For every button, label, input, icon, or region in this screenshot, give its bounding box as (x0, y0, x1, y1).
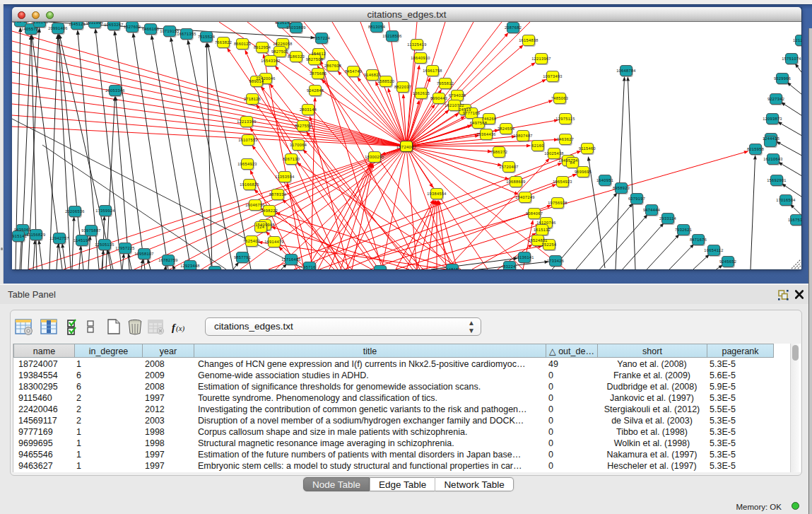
svg-text:7625402: 7625402 (243, 239, 260, 243)
svg-text:15720407: 15720407 (499, 165, 519, 169)
svg-text:16210643: 16210643 (763, 157, 783, 161)
svg-text:15751074: 15751074 (782, 57, 801, 61)
svg-text:16671355: 16671355 (177, 32, 196, 36)
svg-text:20053346: 20053346 (105, 88, 125, 93)
svg-text:8660123: 8660123 (234, 42, 251, 46)
svg-text:8878334: 8878334 (269, 192, 286, 197)
svg-text:93975887: 93975887 (81, 228, 101, 233)
svg-text:2933114: 2933114 (659, 216, 676, 221)
svg-text:8454749: 8454749 (345, 69, 362, 74)
svg-text:1212711: 1212711 (793, 38, 801, 42)
svg-text:7986372: 7986372 (490, 150, 507, 154)
svg-text:3824554: 3824554 (498, 127, 514, 131)
svg-text:1640951: 1640951 (596, 178, 613, 182)
svg-text:8990443: 8990443 (430, 96, 447, 100)
svg-text:6794028: 6794028 (449, 93, 466, 98)
svg-text:9136141: 9136141 (31, 22, 48, 24)
svg-text:12975115: 12975115 (555, 117, 575, 121)
svg-text:8912954: 8912954 (254, 45, 271, 49)
svg-text:8186323: 8186323 (288, 54, 305, 59)
svg-text:10653267: 10653267 (104, 23, 124, 27)
svg-text:9084067: 9084067 (526, 211, 543, 216)
svg-text:7515524: 7515524 (198, 35, 215, 39)
svg-text:9136142: 9136142 (275, 22, 292, 25)
svg-text:1527602: 1527602 (124, 25, 141, 29)
svg-text:83224: 83224 (503, 264, 515, 269)
svg-text:12213369: 12213369 (237, 119, 257, 124)
svg-text:8471676: 8471676 (690, 238, 707, 242)
svg-text:1244415: 1244415 (763, 136, 779, 141)
svg-text:8215958: 8215958 (747, 147, 764, 151)
svg-text:9031994: 9031994 (86, 22, 103, 25)
svg-text:8267130: 8267130 (283, 157, 300, 161)
svg-text:19654923: 19654923 (553, 180, 572, 184)
svg-text:16033809: 16033809 (286, 25, 306, 30)
svg-text:7485063: 7485063 (551, 96, 568, 100)
svg-text:1733426: 1733426 (547, 259, 564, 263)
svg-text:7932621: 7932621 (675, 228, 692, 232)
svg-text:1645121: 1645121 (69, 22, 86, 26)
svg-text:8822037: 8822037 (394, 85, 411, 89)
svg-text:8813054: 8813054 (368, 25, 385, 29)
svg-text:12923448: 12923448 (180, 264, 200, 268)
svg-text:16914479: 16914479 (264, 240, 284, 244)
svg-text:9329966: 9329966 (774, 76, 791, 81)
svg-text:1615132: 1615132 (534, 228, 551, 232)
svg-text:18724007: 18724007 (396, 145, 417, 149)
svg-text:1167534: 1167534 (788, 218, 801, 222)
svg-text:12942757: 12942757 (49, 236, 69, 240)
svg-text:1362615: 1362615 (413, 91, 430, 95)
svg-text:17016504: 17016504 (776, 198, 796, 202)
svg-text:6379197: 6379197 (628, 197, 645, 201)
svg-text:3875685: 3875685 (310, 71, 326, 76)
svg-text:20364436: 20364436 (476, 132, 496, 136)
svg-text:2803144: 2803144 (300, 107, 317, 112)
svg-text:18226058: 18226058 (273, 42, 293, 46)
svg-text:95716: 95716 (303, 265, 315, 269)
svg-text:746266: 746266 (482, 117, 497, 121)
svg-text:10973493: 10973493 (543, 74, 563, 78)
svg-text:1588520: 1588520 (377, 79, 394, 83)
svg-text:10648784: 10648784 (616, 69, 636, 73)
svg-text:44815: 44815 (446, 267, 458, 269)
svg-text:989014: 989014 (249, 79, 264, 83)
svg-text:12093873: 12093873 (763, 117, 782, 121)
svg-text:20991406: 20991406 (48, 26, 68, 30)
svg-text:15692901: 15692901 (767, 178, 787, 182)
svg-text:19166825: 19166825 (240, 182, 259, 187)
svg-text:62160: 62160 (531, 144, 543, 148)
svg-text:17359924: 17359924 (95, 209, 115, 213)
svg-text:18640910: 18640910 (411, 56, 430, 60)
svg-text:10654112: 10654112 (704, 248, 723, 252)
svg-text:9699695: 9699695 (575, 170, 592, 174)
svg-text:15716485: 15716485 (281, 257, 301, 262)
svg-text:2718126: 2718126 (244, 97, 261, 101)
svg-text:3170064: 3170064 (290, 143, 307, 147)
svg-text:16782759: 16782759 (158, 258, 178, 262)
svg-text:9115460: 9115460 (579, 146, 596, 151)
svg-text:10025438: 10025438 (544, 151, 564, 156)
svg-text:9474444: 9474444 (643, 208, 660, 212)
svg-text:11325419: 11325419 (407, 42, 426, 47)
svg-text:16120746: 16120746 (536, 221, 556, 225)
svg-text:252254: 252254 (542, 243, 557, 247)
svg-text:16046756: 16046756 (245, 203, 265, 207)
svg-text:19756928: 19756928 (548, 201, 567, 205)
svg-text:84: 84 (570, 160, 575, 165)
svg-text:16136141: 16136141 (514, 255, 534, 259)
svg-text:9245652: 9245652 (719, 259, 736, 264)
svg-text:6497568: 6497568 (470, 121, 487, 125)
svg-text:154612: 154612 (312, 52, 326, 56)
svg-text:19654923: 19654923 (237, 162, 257, 166)
svg-text:19384554: 19384554 (427, 192, 447, 196)
svg-text:18300295: 18300295 (365, 155, 384, 159)
svg-text:9227342: 9227342 (767, 97, 784, 101)
svg-text:8427552: 8427552 (295, 124, 312, 128)
svg-text:3498222: 3498222 (261, 209, 278, 213)
svg-text:14055721: 14055721 (21, 27, 41, 31)
svg-text:9146821: 9146821 (364, 73, 381, 77)
svg-text:10958107: 10958107 (134, 252, 154, 256)
svg-text:10688609: 10688609 (506, 180, 526, 184)
svg-text:9777169: 9777169 (463, 111, 480, 115)
svg-text:20206536: 20206536 (65, 209, 85, 214)
